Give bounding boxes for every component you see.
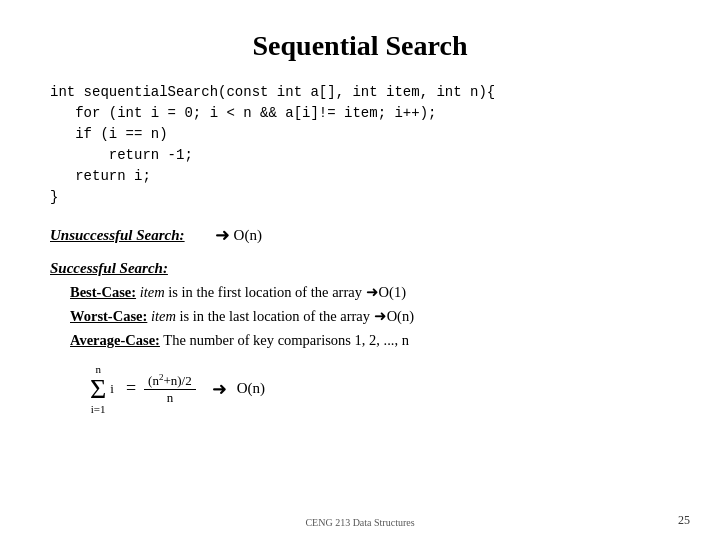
footer-course: CENG 213 Data Structures — [305, 517, 414, 528]
fraction: (n2+n)/2 n — [144, 372, 196, 406]
code-line-6: } — [50, 187, 670, 208]
successful-section: Successful Search: Best-Case: item is in… — [50, 260, 670, 353]
unsuccessful-on: O(n) — [234, 227, 262, 244]
sum-var: i — [110, 381, 114, 397]
slide: Sequential Search int sequentialSearch(c… — [0, 0, 720, 540]
code-block: int sequentialSearch(const int a[], int … — [50, 82, 670, 208]
worst-case-label: Worst-Case: — [70, 308, 147, 324]
worst-case-complexity: ➜O(n) — [374, 308, 414, 324]
code-line-1: int sequentialSearch(const int a[], int … — [50, 82, 670, 103]
sum-bottom: i=1 — [91, 403, 106, 415]
average-case-text: The number of key comparisons 1, 2, ...,… — [163, 332, 409, 348]
best-case-label: Best-Case: — [70, 284, 136, 300]
unsuccessful-label: Unsuccessful Search: — [50, 227, 185, 244]
code-line-4: return -1; — [50, 145, 670, 166]
formula-arrow: ➜ — [212, 378, 227, 400]
formula-area: n Σ i=1 i = (n2+n)/2 n ➜ O(n) — [90, 363, 670, 415]
unsuccessful-complexity: ➜ O(n) — [215, 224, 262, 246]
unsuccessful-line: Unsuccessful Search: ➜ O(n) — [50, 224, 670, 246]
equals-sign: = — [126, 378, 136, 399]
sigma-symbol: Σ — [90, 375, 106, 403]
formula-complexity: O(n) — [237, 380, 265, 397]
worst-case-text: is in the last location of the array — [180, 308, 374, 324]
worst-case-line: Worst-Case: item is in the last location… — [70, 305, 670, 329]
best-case-line: Best-Case: item is in the first location… — [70, 281, 670, 305]
sum-notation: n Σ i=1 — [90, 363, 106, 415]
worst-case-item: item — [151, 308, 176, 324]
code-line-3: if (i == n) — [50, 124, 670, 145]
best-case-text: is in the first location of the array — [168, 284, 365, 300]
best-case-item: item — [140, 284, 165, 300]
page-title: Sequential Search — [50, 30, 670, 62]
code-line-2: for (int i = 0; i < n && a[i]!= item; i+… — [50, 103, 670, 124]
footer-page: 25 — [678, 513, 690, 528]
average-case-line: Average-Case: The number of key comparis… — [70, 329, 670, 353]
fraction-numerator: (n2+n)/2 — [144, 372, 196, 390]
successful-label: Successful Search: — [50, 260, 670, 277]
fraction-denominator: n — [163, 390, 178, 406]
best-case-complexity: ➜O(1) — [366, 284, 406, 300]
unsuccessful-arrow: ➜ — [215, 224, 230, 246]
code-line-5: return i; — [50, 166, 670, 187]
average-case-label: Average-Case: — [70, 332, 160, 348]
